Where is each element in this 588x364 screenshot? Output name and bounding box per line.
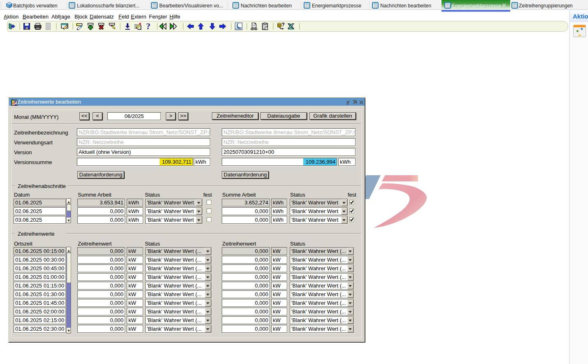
svg-text:?: ?: [282, 22, 285, 28]
svg-text:?: ?: [146, 22, 151, 30]
